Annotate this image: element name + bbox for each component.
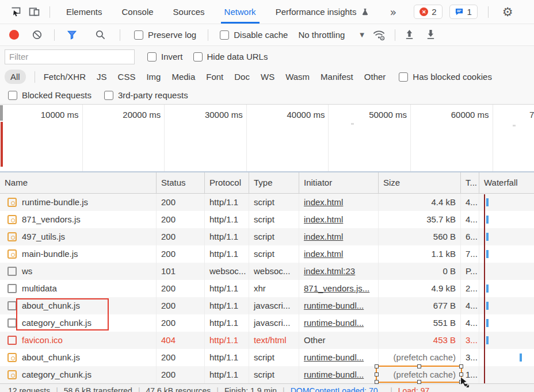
hide-data-urls-checkbox[interactable]	[193, 52, 203, 62]
request-name: main-bundle.js	[22, 245, 78, 263]
type-filter-img[interactable]: Img	[146, 72, 161, 82]
table-row[interactable]: category_chunk.js 200 http/1.1 script ru…	[0, 366, 534, 383]
column-header-type[interactable]: Type	[249, 172, 299, 193]
column-header-status[interactable]: Status	[157, 172, 205, 193]
table-row[interactable]: favicon.ico 404 http/1.1 text/html Other…	[0, 332, 534, 349]
has-blocked-cookies-toggle[interactable]: Has blocked cookies	[399, 72, 492, 82]
ruler-tick-label: 20000 ms	[123, 110, 161, 120]
type-filter-other[interactable]: Other	[364, 72, 386, 82]
record-button[interactable]	[9, 30, 19, 40]
divider: |	[138, 386, 140, 392]
request-name: category_chunk.js	[22, 366, 91, 383]
request-initiator[interactable]: 871_vendors.js...	[304, 283, 369, 293]
table-row[interactable]: about_chunk.js 200 http/1.1 script runti…	[0, 349, 534, 366]
table-row[interactable]: 871_vendors.js 200 http/1.1 script index…	[0, 211, 534, 228]
tab-network[interactable]: Network	[216, 0, 264, 24]
type-filter-css[interactable]: CSS	[118, 72, 136, 82]
request-initiator[interactable]: runtime-bundl...	[304, 370, 364, 379]
waterfall-cell	[479, 211, 534, 228]
error-badge[interactable]: ✕ 2	[414, 5, 442, 19]
file-type-icon	[7, 267, 17, 276]
table-row[interactable]: ws 101 websoc... websoc... index.html:23…	[0, 263, 534, 280]
request-initiator[interactable]: index.html	[304, 249, 343, 259]
device-toolbar-icon[interactable]	[26, 5, 41, 20]
blocked-requests-checkbox[interactable]	[8, 91, 17, 100]
more-tabs-button[interactable]: »	[390, 6, 397, 18]
request-initiator[interactable]: index.html	[304, 232, 343, 241]
requests-table-header: Name Status Protocol Type Initiator Size…	[0, 172, 534, 194]
tab-elements[interactable]: Elements	[58, 0, 110, 24]
type-filter-font[interactable]: Font	[206, 72, 223, 82]
request-initiator[interactable]: runtime-bundl...	[304, 352, 364, 362]
has-blocked-cookies-checkbox[interactable]	[399, 72, 408, 82]
status-item: Finish: 1.9 min	[224, 386, 277, 392]
type-filter-ws[interactable]: WS	[261, 72, 274, 82]
inspect-icon[interactable]	[8, 5, 23, 20]
third-party-toggle[interactable]: 3rd-party requests	[104, 90, 188, 100]
request-time: P...	[461, 263, 479, 280]
table-row[interactable]: main-bundle.js 200 http/1.1 script index…	[0, 245, 534, 263]
request-initiator[interactable]: index.html	[304, 197, 343, 207]
column-header-size[interactable]: Size	[379, 172, 461, 193]
network-conditions-icon[interactable]	[372, 29, 386, 41]
request-time: 4...	[461, 211, 479, 228]
type-filter-manifest[interactable]: Manifest	[321, 72, 353, 82]
request-protocol: http/1.1	[205, 280, 249, 297]
type-filter-fetch-xhr[interactable]: Fetch/XHR	[44, 72, 86, 82]
divider: |	[390, 386, 392, 392]
overview-ruler[interactable]: 10000 ms20000 ms30000 ms40000 ms50000 ms…	[0, 105, 534, 172]
request-time: 4...	[461, 314, 479, 332]
settings-gear-icon[interactable]: ⚙	[502, 5, 513, 19]
request-initiator[interactable]: Other	[304, 335, 326, 345]
request-initiator[interactable]: runtime-bundl...	[304, 318, 364, 328]
ruler-gridline	[246, 105, 247, 171]
type-filter-all[interactable]: All	[5, 70, 26, 84]
overview-activity-mark	[513, 125, 516, 126]
export-har-icon[interactable]	[426, 29, 436, 40]
type-filter-media[interactable]: Media	[171, 72, 195, 82]
error-count: 2	[432, 7, 436, 17]
tab-performance-insights[interactable]: Performance insights	[268, 0, 377, 24]
search-icon[interactable]	[95, 29, 106, 40]
issues-badge[interactable]: 1	[449, 5, 478, 19]
tab-sources[interactable]: Sources	[165, 0, 213, 24]
type-filter-doc[interactable]: Doc	[234, 72, 250, 82]
table-row[interactable]: multidata 200 http/1.1 xhr 871_vendors.j…	[0, 280, 534, 297]
type-filter-js[interactable]: JS	[97, 72, 107, 82]
tab-console[interactable]: Console	[114, 0, 162, 24]
table-row[interactable]: about_chunk.js 200 http/1.1 javascri... …	[0, 297, 534, 314]
invert-toggle[interactable]: Invert	[147, 52, 183, 62]
table-row[interactable]: 497_utils.js 200 http/1.1 script index.h…	[0, 228, 534, 245]
preserve-log-toggle[interactable]: Preserve log	[134, 30, 196, 40]
request-name: favicon.ico	[22, 332, 63, 349]
third-party-checkbox[interactable]	[104, 91, 113, 100]
request-type: script	[249, 245, 299, 263]
request-name: about_chunk.js	[22, 297, 80, 314]
request-initiator[interactable]: index.html:23	[304, 266, 355, 276]
table-row[interactable]: category_chunk.js 200 http/1.1 javascri.…	[0, 314, 534, 332]
column-header-initiator[interactable]: Initiator	[299, 172, 379, 193]
column-header-name[interactable]: Name	[0, 172, 157, 193]
request-size: 1.1 kB	[379, 245, 461, 263]
preserve-log-checkbox[interactable]	[134, 30, 143, 40]
column-header-waterfall[interactable]: Waterfall	[479, 172, 534, 193]
clear-button[interactable]	[32, 29, 43, 40]
hide-data-urls-toggle[interactable]: Hide data URLs	[193, 52, 268, 62]
blocked-requests-toggle[interactable]: Blocked Requests	[8, 90, 91, 100]
disable-cache-toggle[interactable]: Disable cache	[220, 30, 288, 40]
table-row[interactable]: runtime-bundle.js 200 http/1.1 script in…	[0, 194, 534, 211]
filter-funnel-icon[interactable]	[66, 29, 78, 41]
throttling-select[interactable]: No throttling ▼	[298, 30, 364, 40]
request-initiator[interactable]: runtime-bundl...	[304, 301, 364, 310]
column-header-protocol[interactable]: Protocol	[205, 172, 249, 193]
type-filter-wasm[interactable]: Wasm	[285, 72, 310, 82]
column-header-time[interactable]: T...	[461, 172, 479, 193]
request-initiator[interactable]: index.html	[304, 214, 343, 224]
disable-cache-checkbox[interactable]	[220, 30, 229, 40]
request-status: 200	[157, 280, 205, 297]
filter-input[interactable]	[5, 49, 135, 64]
request-protocol: websoc...	[205, 263, 249, 280]
waterfall-bar	[486, 285, 489, 293]
import-har-icon[interactable]	[405, 29, 414, 40]
invert-checkbox[interactable]	[147, 52, 157, 62]
